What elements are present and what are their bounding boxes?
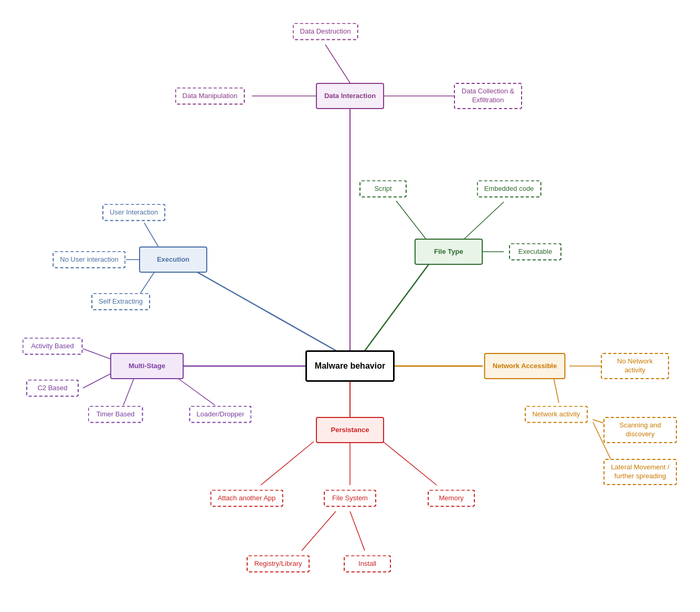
- file-type-node: File Type: [415, 239, 483, 265]
- network-activity-node: Network activity: [525, 406, 588, 423]
- no-network-activity-node: No Network activity: [601, 353, 669, 379]
- script-node: Script: [359, 180, 407, 198]
- loader-dropper-node: Loader/Dropper: [189, 406, 251, 423]
- timer-based-node: Timer Based: [88, 406, 143, 423]
- self-extracting-node: Self Extracting: [91, 293, 150, 310]
- attach-another-app-node: Attach another App: [210, 490, 283, 507]
- svg-line-19: [554, 378, 559, 403]
- svg-line-23: [261, 442, 314, 485]
- activity-based-node: Activity Based: [23, 338, 83, 355]
- svg-line-27: [350, 511, 365, 551]
- memory-node: Memory: [428, 490, 475, 507]
- persistance-node: Persistance: [316, 417, 384, 443]
- data-collection-node: Data Collection & Exfiltration: [454, 83, 522, 109]
- user-interaction-node: User Interaction: [102, 204, 165, 221]
- data-manipulation-node: Data Manipulation: [175, 88, 245, 105]
- svg-line-26: [302, 511, 336, 551]
- svg-line-25: [383, 442, 437, 485]
- svg-line-5: [144, 223, 160, 250]
- data-destruction-node: Data Destruction: [293, 23, 358, 40]
- multi-stage-node: Multi-Stage: [110, 353, 184, 379]
- scanning-discovery-node: Scanning and discovery: [603, 417, 677, 443]
- center-node: Malware behavior: [305, 350, 395, 382]
- c2-based-node: C2 Based: [26, 380, 79, 397]
- svg-line-14: [83, 373, 111, 388]
- svg-line-4: [189, 267, 340, 353]
- no-user-interaction-node: No User interaction: [52, 251, 125, 269]
- svg-line-8: [363, 262, 430, 353]
- svg-line-15: [123, 379, 134, 405]
- data-interaction-node: Data Interaction: [316, 83, 384, 109]
- embedded-code-node: Embedded code: [477, 180, 542, 198]
- file-system-node: File System: [324, 490, 376, 507]
- lateral-movement-node: Lateral Movement / further spreading: [603, 459, 677, 485]
- execution-node: Execution: [139, 246, 207, 273]
- svg-line-9: [396, 201, 428, 241]
- svg-line-1: [325, 45, 350, 83]
- install-node: Install: [344, 555, 391, 573]
- network-accessible-node: Network Accessible: [484, 353, 566, 379]
- executable-node: Executable: [509, 243, 561, 261]
- svg-line-16: [178, 379, 215, 405]
- svg-line-13: [83, 349, 111, 359]
- registry-library-node: Registry/Library: [247, 555, 310, 573]
- svg-line-10: [462, 202, 504, 241]
